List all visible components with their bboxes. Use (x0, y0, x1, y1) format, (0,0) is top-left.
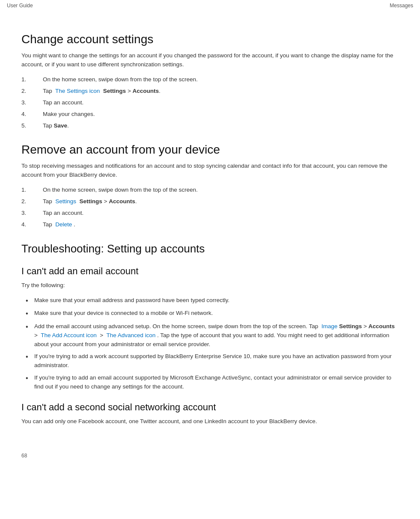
cant-add-email-title: I can't add an email account (21, 266, 399, 277)
step-text: Tap an account. (43, 98, 399, 107)
page-content: Change account settings You might want t… (0, 11, 420, 449)
settings-label2: Settings (80, 198, 102, 205)
step-text: Make your changes. (43, 110, 399, 119)
accounts-label2: Accounts (109, 198, 135, 205)
delete-ref: Delete (55, 221, 72, 228)
list-item: Add the email account using advanced set… (26, 322, 399, 349)
step-item: 1. On the home screen, swipe down from t… (21, 186, 399, 195)
step-item: 2. Tap Settings Settings > Accounts. (21, 197, 399, 206)
step-num: 3. (21, 209, 43, 218)
remove-account-title: Remove an account from your device (21, 143, 399, 157)
step-num: 5. (21, 122, 43, 130)
step-text: On the home screen, swipe down from the … (43, 75, 399, 84)
step-num: 1. (21, 186, 43, 195)
step-num: 3. (21, 98, 43, 107)
step-item: 1. On the home screen, swipe down from t… (21, 75, 399, 84)
step-item: 2. Tap The Settings icon Settings > Acco… (21, 87, 399, 96)
accounts-label: Accounts (133, 88, 159, 94)
step-item: 3. Tap an account. (21, 209, 399, 218)
page-number: 68 (21, 453, 27, 459)
change-account-description: You might want to change the settings fo… (21, 51, 399, 69)
accounts-label3: Accounts (369, 323, 395, 329)
troubleshooting-title: Troubleshooting: Setting up accounts (21, 242, 399, 255)
add-account-icon-ref: The Add Account icon (41, 332, 97, 338)
step-text: Tap Settings Settings > Accounts. (43, 197, 399, 206)
cant-add-social-title: I can't add a second social networking a… (21, 402, 399, 413)
save-label: Save (54, 122, 68, 129)
settings-label: Settings (103, 88, 126, 94)
page-footer: 68 (0, 449, 420, 462)
step-num: 2. (21, 87, 43, 96)
bullet-text: If you're trying to add an email account… (34, 374, 399, 391)
step-item: 4. Make your changes. (21, 110, 399, 119)
header-left: User Guide (7, 3, 33, 9)
list-item: If you're trying to add an email account… (26, 374, 399, 391)
change-account-steps: 1. On the home screen, swipe down from t… (21, 75, 399, 130)
step-item: 4. Tap Delete . (21, 220, 399, 229)
remove-account-description: To stop receiving messages and notificat… (21, 162, 399, 180)
advanced-icon-ref: The Advanced icon (106, 332, 155, 338)
bullet-text: If you're trying to add a work account s… (34, 352, 399, 370)
step-num: 2. (21, 197, 43, 206)
step-item: 5. Tap Save. (21, 122, 399, 130)
cant-add-social-description: You can add only one Facebook account, o… (21, 417, 399, 426)
header-right: Messages (390, 3, 413, 9)
bullet-text: Make sure that your device is connected … (34, 309, 399, 318)
image-icon-ref: Image (322, 323, 338, 329)
list-item: Make sure that your email address and pa… (26, 296, 399, 305)
page-header: User Guide Messages (0, 0, 420, 11)
step-num: 4. (21, 220, 43, 229)
change-account-title: Change account settings (21, 33, 399, 46)
cant-add-email-intro: Try the following: (21, 281, 399, 290)
step-text: Tap The Settings icon Settings > Account… (43, 87, 399, 96)
step-num: 1. (21, 75, 43, 84)
step-num: 4. (21, 110, 43, 119)
step-text: Tap an account. (43, 209, 399, 218)
step-text: On the home screen, swipe down from the … (43, 186, 399, 195)
step-text: Tap Delete . (43, 220, 399, 229)
bullet-text: Make sure that your email address and pa… (34, 296, 399, 305)
step-item: 3. Tap an account. (21, 98, 399, 107)
settings-label3: Settings (339, 323, 362, 329)
settings-icon-ref: The Settings icon (55, 88, 100, 94)
cant-add-email-bullets: Make sure that your email address and pa… (26, 296, 399, 391)
list-item: If you're trying to add a work account s… (26, 352, 399, 370)
bullet-text: Add the email account using advanced set… (34, 322, 399, 349)
settings-icon-ref2: Settings (55, 198, 76, 205)
remove-account-steps: 1. On the home screen, swipe down from t… (21, 186, 399, 229)
step-text: Tap Save. (43, 122, 399, 130)
list-item: Make sure that your device is connected … (26, 309, 399, 318)
